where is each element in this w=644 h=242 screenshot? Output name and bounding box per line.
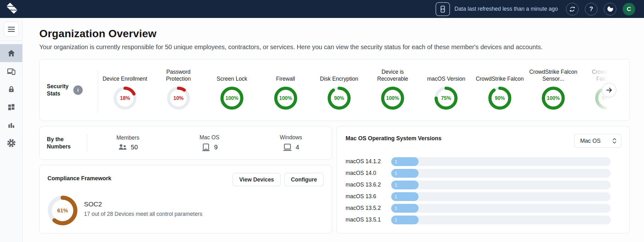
- framework-name: SOC2: [84, 200, 202, 208]
- question-icon: ?: [589, 5, 593, 13]
- security-stat[interactable]: Disk Encryption 90%: [312, 66, 366, 121]
- bar-value: 1: [391, 182, 397, 187]
- members-icon: [118, 143, 127, 152]
- security-stat-label: Device Enrollment: [101, 66, 149, 82]
- bar-value: 1: [391, 217, 397, 222]
- menu-toggle-button[interactable]: [4, 22, 19, 37]
- bar-value: 1: [391, 159, 397, 164]
- page-description: Your organization is currently responsib…: [39, 43, 630, 51]
- bar-fill: 1: [391, 157, 419, 166]
- sidebar-item-checks[interactable]: [0, 98, 22, 116]
- sidebar-item-settings[interactable]: [0, 134, 22, 152]
- bar-track: 1: [391, 157, 611, 166]
- security-stat-label: CrowdStrike Falcon Sensor...: [526, 66, 580, 82]
- avatar-initial: C: [627, 6, 631, 13]
- bar-track: 1: [391, 169, 611, 178]
- bar-fill: 1: [391, 181, 419, 189]
- security-stat-donut: 90%: [328, 87, 351, 111]
- bar-value: 1: [391, 194, 397, 199]
- bar-fill: 1: [391, 169, 419, 178]
- framework-detail: 17 out of 28 Devices meet all control pa…: [84, 211, 202, 217]
- select-chevrons-icon: [612, 137, 617, 144]
- configure-button[interactable]: Configure: [284, 173, 324, 186]
- donut-chart: 90%: [328, 87, 351, 110]
- security-stats-card: Security Stats i Device Enrollment 18%Pa…: [39, 59, 630, 121]
- donut-chart: 10%: [167, 87, 190, 110]
- sidebar-item-devices[interactable]: [0, 62, 22, 80]
- svg-text:61%: 61%: [57, 208, 68, 214]
- security-stat-label: CrowdStrike Falcon...: [580, 66, 630, 82]
- sidebar-item-reports[interactable]: [0, 116, 22, 134]
- os-version-label: macOS 13.6.2: [346, 182, 391, 188]
- bar-track: 1: [391, 181, 611, 189]
- os-version-label: macOS 14.0: [346, 170, 391, 176]
- user-avatar[interactable]: C: [623, 3, 635, 15]
- security-stat-donut: 90%: [488, 87, 511, 111]
- svg-text:10%: 10%: [173, 95, 183, 101]
- os-family-select[interactable]: Mac OS: [574, 134, 621, 148]
- security-stat[interactable]: Password Protection 10%: [152, 66, 205, 121]
- security-stat[interactable]: macOS Version 75%: [419, 66, 473, 121]
- app-logo[interactable]: [6, 2, 18, 16]
- macos-device-icon: [201, 143, 211, 152]
- number-stat-label: Mac OS: [199, 134, 219, 141]
- bar-track: 1: [391, 192, 611, 201]
- security-stat[interactable]: Firewall 100%: [259, 66, 312, 121]
- info-icon[interactable]: i: [73, 85, 83, 95]
- svg-text:100%: 100%: [547, 95, 560, 101]
- top-bar: Data last refreshed less than a minute a…: [0, 0, 644, 18]
- os-versions-chart: macOS 14.1.2 1 macOS 14.0 1 macOS 13.6.2…: [346, 156, 621, 226]
- security-stat-donut: 100%: [220, 87, 243, 111]
- donut-chart: 61%: [48, 196, 77, 225]
- number-stat-label: Members: [116, 135, 139, 141]
- phone-code-icon: [439, 5, 447, 13]
- bar-fill: 1: [391, 204, 419, 213]
- security-stat-label: Disk Encryption: [318, 66, 360, 82]
- donut-chart: 100%: [381, 87, 404, 110]
- os-version-row: macOS 13.6.2 1: [346, 179, 611, 191]
- view-devices-button[interactable]: View Devices: [233, 173, 281, 186]
- security-stat-label: CrowdStrike Falcon: [474, 66, 526, 82]
- donut-chart: 18%: [114, 87, 136, 110]
- os-version-label: macOS 14.1.2: [346, 158, 391, 165]
- donut-chart: 100%: [220, 87, 243, 110]
- os-version-row: macOS 14.1.2 1: [346, 156, 611, 167]
- security-stat[interactable]: CrowdStrike Falcon Sensor... 100%: [526, 66, 580, 121]
- donut-chart: 100%: [542, 87, 565, 110]
- blocks-grid-icon: [7, 103, 15, 111]
- os-version-label: macOS 13.6: [346, 193, 391, 200]
- compliance-donut: 61%: [48, 196, 77, 227]
- security-stat-label: Device is Recoverable: [366, 66, 419, 82]
- security-stat[interactable]: Device Enrollment 18%: [98, 66, 152, 121]
- next-stats-button[interactable]: [602, 83, 616, 97]
- sidebar-item-security[interactable]: [0, 80, 22, 98]
- os-version-row: macOS 14.0 1: [346, 167, 611, 179]
- dark-mode-button[interactable]: [604, 3, 616, 15]
- divider: [87, 134, 87, 152]
- by-the-numbers-label: By the Numbers: [47, 136, 71, 150]
- svg-text:18%: 18%: [120, 95, 130, 101]
- svg-text:75%: 75%: [441, 95, 451, 101]
- os-version-row: macOS 13.5.1 1: [346, 214, 611, 226]
- os-version-label: macOS 13.5.2: [346, 205, 391, 211]
- refresh-button[interactable]: [566, 3, 579, 15]
- device-code-icon[interactable]: [436, 2, 450, 16]
- devices-icon: [7, 66, 16, 76]
- help-button[interactable]: ?: [585, 3, 597, 15]
- lock-icon: [7, 85, 15, 93]
- security-stats-label: Security Stats: [47, 83, 69, 97]
- security-stat[interactable]: Screen Lock 100%: [205, 66, 259, 121]
- bar-track: 1: [391, 216, 611, 224]
- kolide-diamonds-icon: [6, 2, 18, 15]
- security-stat-label: Password Protection: [152, 66, 205, 82]
- refresh-icon: [569, 5, 576, 13]
- home-icon: [7, 49, 16, 58]
- security-stat[interactable]: Device is Recoverable 100%: [366, 66, 419, 121]
- security-stat-label: Screen Lock: [215, 66, 249, 82]
- security-stat-donut: 100%: [542, 87, 565, 111]
- security-stat-donut: 75%: [435, 87, 458, 111]
- sidebar-item-home[interactable]: [0, 44, 22, 62]
- number-stat-value: 50: [131, 144, 138, 151]
- security-stat[interactable]: CrowdStrike Falcon 90%: [473, 66, 526, 121]
- bar-fill: 1: [391, 216, 419, 224]
